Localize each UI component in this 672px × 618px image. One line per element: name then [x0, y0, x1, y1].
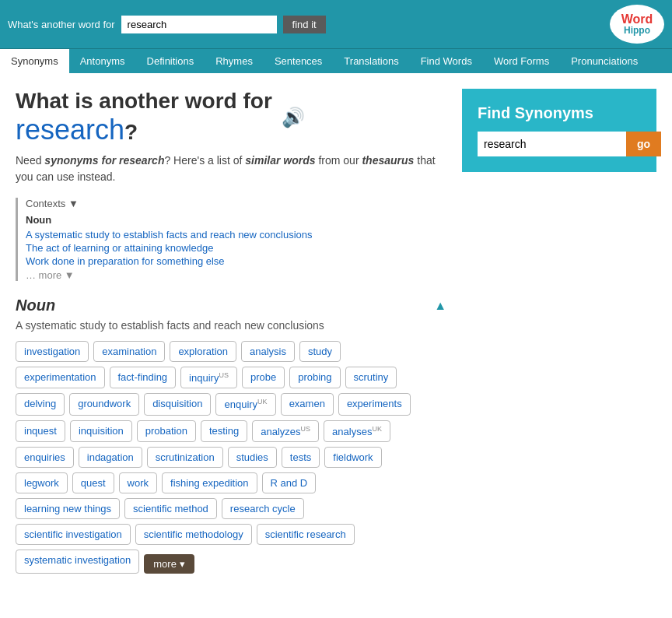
more-button[interactable]: more: [144, 554, 194, 574]
noun-desc: A systematic study to establish facts an…: [16, 319, 446, 332]
word-tag-inquiry[interactable]: inquiryUS: [180, 367, 237, 388]
word-tag-r-and-d[interactable]: R and D: [262, 472, 317, 493]
tab-antonyms[interactable]: Antonyms: [69, 49, 136, 73]
tab-translations[interactable]: Translations: [333, 49, 409, 73]
contexts-link-1[interactable]: A systematic study to establish facts an…: [26, 229, 446, 241]
word-tag-scrutiny[interactable]: scrutiny: [345, 367, 397, 388]
word-tag-tests[interactable]: tests: [282, 447, 320, 468]
word-tags-row-4: inquest inquisition probation testing an…: [16, 420, 446, 442]
question-mark: ?: [124, 120, 138, 144]
search-bar-label: What's another word for: [8, 19, 115, 30]
tab-definitions[interactable]: Definitions: [136, 49, 205, 73]
tab-find-words[interactable]: Find Words: [410, 49, 483, 73]
word-tag-fishing-expedition[interactable]: fishing expedition: [162, 472, 257, 493]
word-tag-analysis[interactable]: analysis: [241, 341, 295, 362]
noun-header: Noun ▲: [16, 297, 446, 314]
logo-hippo: Hippo: [621, 26, 653, 35]
contexts-more[interactable]: … more ▼: [26, 269, 75, 281]
word-tag-systematic-investigation[interactable]: systematic investigation: [16, 550, 139, 574]
page-title-group: What is another word for research?: [16, 89, 272, 146]
tab-pronunciations[interactable]: Pronunciations: [560, 49, 649, 73]
logo-word: Word: [621, 13, 653, 26]
word-tag-learning-new-things[interactable]: learning new things: [16, 498, 120, 519]
find-synonyms-input-row: go: [478, 132, 641, 156]
word-tags-row-6: legwork quest work fishing expedition R …: [16, 472, 446, 493]
word-tag-examen[interactable]: examen: [281, 393, 334, 415]
find-synonyms-button[interactable]: go: [626, 132, 661, 156]
word-tag-inquest[interactable]: inquest: [16, 420, 65, 442]
search-bar: What's another word for find it Word Hip…: [0, 0, 672, 48]
word-tags-row-9: systematic investigation more: [16, 550, 446, 574]
word-tags-row-1: investigation examination exploration an…: [16, 341, 446, 362]
tab-word-forms[interactable]: Word Forms: [483, 49, 560, 73]
word-tag-experiments[interactable]: experiments: [338, 393, 411, 415]
nav-tabs: Synonyms Antonyms Definitions Rhymes Sen…: [0, 48, 672, 73]
noun-section: Noun ▲ A systematic study to establish f…: [16, 297, 446, 574]
find-it-button[interactable]: find it: [283, 16, 326, 33]
word-tag-groundwork[interactable]: groundwork: [69, 393, 139, 415]
word-tag-work[interactable]: work: [119, 472, 157, 493]
word-tag-disquisition[interactable]: disquisition: [144, 393, 211, 415]
word-tag-probing[interactable]: probing: [289, 367, 340, 388]
find-synonyms-input[interactable]: [478, 132, 626, 156]
word-tag-delving[interactable]: delving: [16, 393, 65, 415]
sound-icon[interactable]: 🔊: [282, 107, 305, 128]
word-tag-legwork[interactable]: legwork: [16, 472, 68, 493]
collapse-arrow[interactable]: ▲: [434, 299, 446, 313]
word-tag-fieldwork[interactable]: fieldwork: [324, 447, 381, 468]
word-tag-studies[interactable]: studies: [228, 447, 277, 468]
contexts-link-2[interactable]: The act of learning or attaining knowled…: [26, 242, 446, 254]
word-tag-scientific-research[interactable]: scientific research: [257, 524, 355, 545]
word-tags-row-2: experimentation fact-finding inquiryUS p…: [16, 367, 446, 388]
word-tag-analyses[interactable]: analysesUK: [324, 420, 390, 442]
tab-synonyms[interactable]: Synonyms: [0, 49, 69, 73]
contexts-noun-label: Noun: [26, 214, 446, 226]
word-tag-scientific-investigation[interactable]: scientific investigation: [16, 524, 131, 545]
word-tag-quest[interactable]: quest: [72, 472, 114, 493]
page-word: research: [16, 114, 124, 146]
title-row: What is another word for research? 🔊: [16, 89, 446, 146]
word-tags-row-5: enquiries indagation scrutinization stud…: [16, 447, 446, 468]
word-tag-probe[interactable]: probe: [242, 367, 285, 388]
word-tag-scrutinization[interactable]: scrutinization: [147, 447, 223, 468]
word-tag-enquiry[interactable]: enquiryUK: [215, 393, 275, 415]
word-tag-study[interactable]: study: [299, 341, 341, 362]
word-tag-experimentation[interactable]: experimentation: [16, 367, 105, 388]
find-synonyms-box: Find Synonyms go: [462, 89, 656, 172]
word-tag-scientific-method[interactable]: scientific method: [124, 498, 217, 519]
logo: Word Hippo: [610, 5, 664, 44]
left-panel: What is another word for research? 🔊 Nee…: [16, 89, 446, 589]
word-tag-investigation[interactable]: investigation: [16, 341, 89, 362]
right-panel: Find Synonyms go: [462, 89, 656, 589]
contexts-box: Contexts ▼ Noun A systematic study to es…: [16, 198, 446, 281]
word-tag-examination[interactable]: examination: [93, 341, 165, 362]
word-tag-analyzes[interactable]: analyzesUS: [252, 420, 319, 442]
logo-area: Word Hippo: [610, 5, 664, 44]
word-tag-enquiries[interactable]: enquiries: [16, 447, 74, 468]
contexts-title[interactable]: Contexts ▼: [26, 198, 446, 209]
description: Need synonyms for research? Here's a lis…: [16, 153, 446, 185]
word-tag-exploration[interactable]: exploration: [170, 341, 236, 362]
word-tag-inquisition[interactable]: inquisition: [70, 420, 132, 442]
contexts-link-3[interactable]: Work done in preparation for something e…: [26, 255, 446, 267]
word-tag-testing[interactable]: testing: [201, 420, 247, 442]
page-title: What is another word for: [16, 89, 272, 113]
tab-rhymes[interactable]: Rhymes: [205, 49, 264, 73]
word-tags-row-3: delving groundwork disquisition enquiryU…: [16, 393, 446, 415]
search-input[interactable]: [121, 16, 277, 33]
word-tag-scientific-methodology[interactable]: scientific methodology: [135, 524, 252, 545]
word-tag-probation[interactable]: probation: [137, 420, 196, 442]
noun-label: Noun: [16, 297, 55, 314]
tab-sentences[interactable]: Sentences: [264, 49, 333, 73]
word-tags-row-7: learning new things scientific method re…: [16, 498, 446, 519]
word-tags-row-8: scientific investigation scientific meth…: [16, 524, 446, 545]
word-tag-research-cycle[interactable]: research cycle: [222, 498, 304, 519]
main-content: What is another word for research? 🔊 Nee…: [0, 73, 672, 605]
find-synonyms-title: Find Synonyms: [478, 104, 641, 122]
word-tag-indagation[interactable]: indagation: [79, 447, 142, 468]
word-tag-fact-finding[interactable]: fact-finding: [110, 367, 177, 388]
